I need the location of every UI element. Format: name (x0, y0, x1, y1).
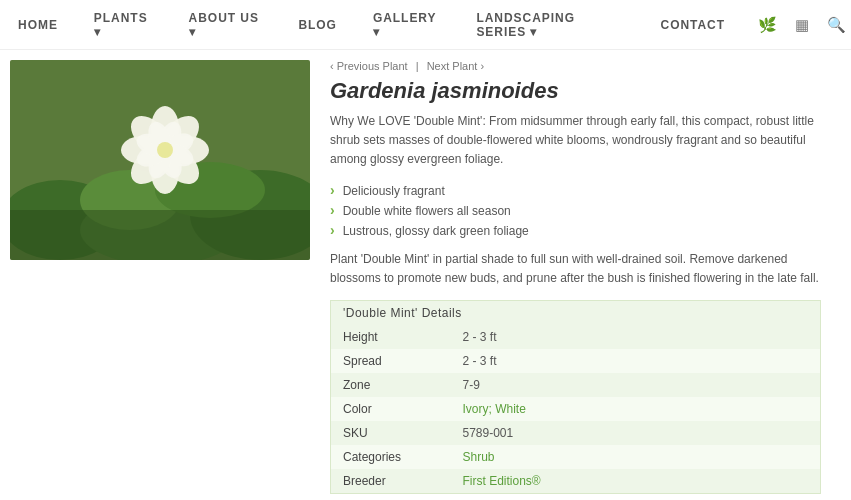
detail-value[interactable]: First Editions® (451, 469, 821, 494)
plant-content: ‹ Previous Plant | Next Plant › Gardenia… (330, 60, 821, 500)
detail-label: Spread (331, 349, 451, 373)
detail-link[interactable]: First Editions® (463, 474, 541, 488)
detail-label: Zone (331, 373, 451, 397)
detail-label: Categories (331, 445, 451, 469)
nav-blog[interactable]: BLOG (280, 18, 355, 32)
svg-point-22 (157, 142, 173, 158)
feature-1: Deliciously fragrant (330, 180, 821, 200)
breadcrumb: ‹ Previous Plant | Next Plant › (330, 60, 821, 72)
nav-home[interactable]: HOME (0, 18, 76, 32)
details-header: 'Double Mint' Details (331, 300, 821, 325)
detail-value: 2 - 3 ft (451, 325, 821, 349)
detail-label: SKU (331, 421, 451, 445)
search-icon[interactable]: 🔍 (822, 16, 851, 34)
detail-value: 2 - 3 ft (451, 349, 821, 373)
detail-value[interactable]: Ivory; White (451, 397, 821, 421)
svg-rect-23 (10, 210, 310, 260)
main-content: ‹ Previous Plant | Next Plant › Gardenia… (0, 50, 851, 500)
next-plant-link[interactable]: Next Plant › (427, 60, 484, 72)
main-nav: HOME PLANTS ▾ ABOUT US ▾ BLOG GALLERY ▾ … (0, 0, 851, 50)
grid-icon[interactable]: ▦ (790, 16, 814, 34)
nav-plants[interactable]: PLANTS ▾ (76, 11, 171, 39)
nav-about[interactable]: ABOUT US ▾ (171, 11, 281, 39)
plant-description: Why We LOVE 'Double Mint': From midsumme… (330, 112, 821, 170)
detail-value[interactable]: Shrub (451, 445, 821, 469)
detail-link[interactable]: Shrub (463, 450, 495, 464)
plant-image (10, 60, 310, 260)
nav-landscaping[interactable]: LANDSCAPING SERIES ▾ (458, 11, 642, 39)
feature-3: Lustrous, glossy dark green foliage (330, 220, 821, 240)
detail-value: 5789-001 (451, 421, 821, 445)
breadcrumb-separator: | (416, 60, 419, 72)
plant-note: Plant 'Double Mint' in partial shade to … (330, 250, 821, 288)
leaf-icon[interactable]: 🌿 (753, 16, 782, 34)
features-list: Deliciously fragrant Double white flower… (330, 180, 821, 240)
detail-value: 7-9 (451, 373, 821, 397)
detail-label: Height (331, 325, 451, 349)
prev-plant-link[interactable]: ‹ Previous Plant (330, 60, 408, 72)
nav-contact[interactable]: CONTACT (643, 18, 744, 32)
detail-label: Breeder (331, 469, 451, 494)
detail-link[interactable]: Ivory; White (463, 402, 526, 416)
feature-2: Double white flowers all season (330, 200, 821, 220)
details-table: 'Double Mint' Details Height2 - 3 ftSpre… (330, 300, 821, 494)
detail-label: Color (331, 397, 451, 421)
plant-title: Gardenia jasminoides (330, 78, 821, 104)
nav-gallery[interactable]: GALLERY ▾ (355, 11, 458, 39)
